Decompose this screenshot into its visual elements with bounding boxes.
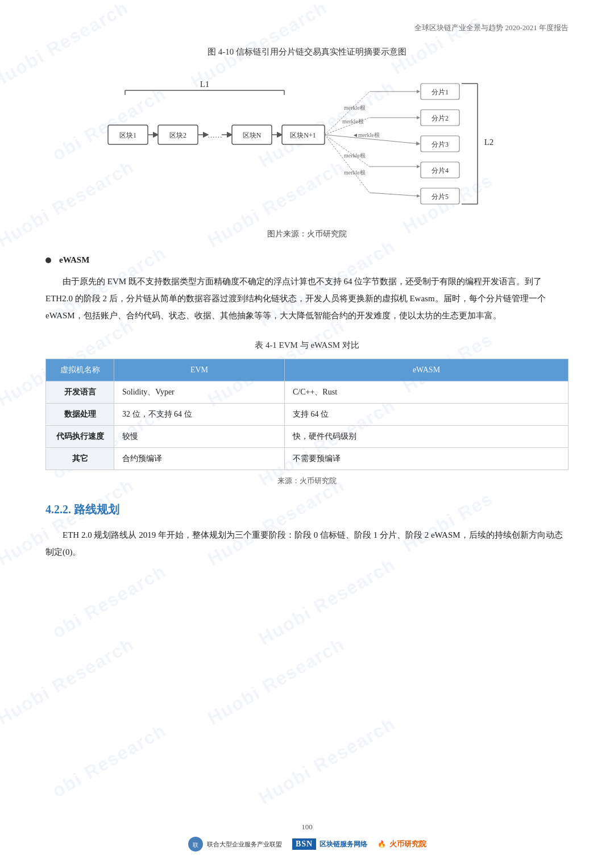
bullet-label: eWASM xyxy=(59,255,89,265)
table-cell-ewasm: 支持 64 位 xyxy=(285,404,569,426)
table-cell-evm: Solidity、Vyper xyxy=(114,381,285,404)
table-header-name: 虚拟机名称 xyxy=(46,359,114,381)
header-text: 全球区块链产业全景与趋势 2020-2021 年度报告 xyxy=(414,23,569,32)
table-cell-ewasm: 快，硬件代码级别 xyxy=(285,426,569,448)
paragraph-ewasm: 由于原先的 EVM 既不支持数据类型方面精确度不确定的浮点计算也不支持 64 位… xyxy=(45,273,569,324)
svg-text:分片5: 分片5 xyxy=(432,193,449,201)
svg-text:分片2: 分片2 xyxy=(432,114,449,122)
huobi-logo-text: 火币研究院 xyxy=(389,839,426,849)
svg-text:merkle根: merkle根 xyxy=(344,169,366,176)
bullet-dot xyxy=(45,258,51,263)
org-logo-icon: 联 xyxy=(188,836,204,852)
paragraph-roadmap: ETH 2.0 规划路线从 2019 年开始，整体规划为三个重要阶段：阶段 0 … xyxy=(45,526,569,560)
bsn-logo-sub: 区块链服务网络 xyxy=(320,840,367,849)
footer-page-number: 100 xyxy=(301,823,313,832)
svg-text:分片1: 分片1 xyxy=(432,88,449,96)
footer-logo-huobi: 🔥 火币研究院 xyxy=(377,839,426,849)
svg-text:L1: L1 xyxy=(200,80,210,89)
header-bar: 全球区块链产业全景与趋势 2020-2021 年度报告 xyxy=(45,23,569,36)
footer-logos: 联 联合大型企业服务产业联盟 BSN 区块链服务网络 🔥 火币研究院 xyxy=(188,836,426,852)
svg-line-39 xyxy=(325,135,370,193)
svg-text:L2: L2 xyxy=(484,138,494,147)
svg-text:联: 联 xyxy=(193,842,198,848)
table-header-evm: EVM xyxy=(114,359,285,381)
table-cell-name: 数据处理 xyxy=(46,404,114,426)
svg-text:merkle根: merkle根 xyxy=(342,118,364,124)
flame-icon: 🔥 xyxy=(377,840,386,849)
table-row: 数据处理 32 位，不支持 64 位 支持 64 位 xyxy=(46,404,569,426)
figure-title: 图 4-10 信标链引用分片链交易真实性证明摘要示意图 xyxy=(45,47,569,57)
table-row: 开发语言 Solidity、Vyper C/C++、Rust xyxy=(46,381,569,404)
footer-logo-bsn: BSN 区块链服务网络 xyxy=(292,838,367,850)
svg-text:区块1: 区块1 xyxy=(119,131,136,139)
table-cell-evm: 合约预编译 xyxy=(114,448,285,470)
org-logo-text: 联合大型企业服务产业联盟 xyxy=(207,840,282,849)
svg-text:……: …… xyxy=(208,131,222,139)
svg-line-37 xyxy=(325,135,370,167)
table-cell-name: 其它 xyxy=(46,448,114,470)
diagram-svg: L1 区块1 区块2 …… xyxy=(91,71,523,219)
svg-text:区块2: 区块2 xyxy=(169,131,186,139)
table-row: 代码执行速度 较慢 快，硬件代码级别 xyxy=(46,426,569,448)
svg-text:分片3: 分片3 xyxy=(432,140,449,148)
footer: 100 联 联合大型企业服务产业联盟 BSN 区块链服务网络 🔥 火币研究院 xyxy=(0,823,614,852)
bsn-logo: BSN xyxy=(292,838,316,850)
table-cell-ewasm: 不需要预编译 xyxy=(285,448,569,470)
table-source: 来源：火币研究院 xyxy=(45,476,569,486)
svg-text:分片4: 分片4 xyxy=(432,167,449,175)
diagram-container: L1 区块1 区块2 …… xyxy=(91,71,523,219)
footer-logo-org: 联 联合大型企业服务产业联盟 xyxy=(188,836,282,852)
table-header-ewasm: eWASM xyxy=(285,359,569,381)
svg-text:◄merkle根: ◄merkle根 xyxy=(352,132,380,138)
table-row: 其它 合约预编译 不需要预编译 xyxy=(46,448,569,470)
svg-text:区块N: 区块N xyxy=(243,131,262,139)
figure-source: 图片来源：火币研究院 xyxy=(45,229,569,239)
bullet-section-ewasm: eWASM 由于原先的 EVM 既不支持数据类型方面精确度不确定的浮点计算也不支… xyxy=(45,255,569,324)
table-cell-evm: 较慢 xyxy=(114,426,285,448)
table-cell-name: 代码执行速度 xyxy=(46,426,114,448)
section-heading: 4.2.2. 路线规划 xyxy=(45,502,569,517)
svg-text:merkle根: merkle根 xyxy=(344,152,366,159)
svg-line-31 xyxy=(325,92,370,135)
table-cell-ewasm: C/C++、Rust xyxy=(285,381,569,404)
table-cell-name: 开发语言 xyxy=(46,381,114,404)
svg-text:区块N+1: 区块N+1 xyxy=(290,131,316,139)
svg-line-44 xyxy=(370,193,420,196)
svg-text:merkle根: merkle根 xyxy=(344,105,366,111)
table-title: 表 4-1 EVM 与 eWASM 对比 xyxy=(45,340,569,351)
compare-table: 虚拟机名称 EVM eWASM 开发语言 Solidity、Vyper C/C+… xyxy=(45,359,569,470)
table-cell-evm: 32 位，不支持 64 位 xyxy=(114,404,285,426)
